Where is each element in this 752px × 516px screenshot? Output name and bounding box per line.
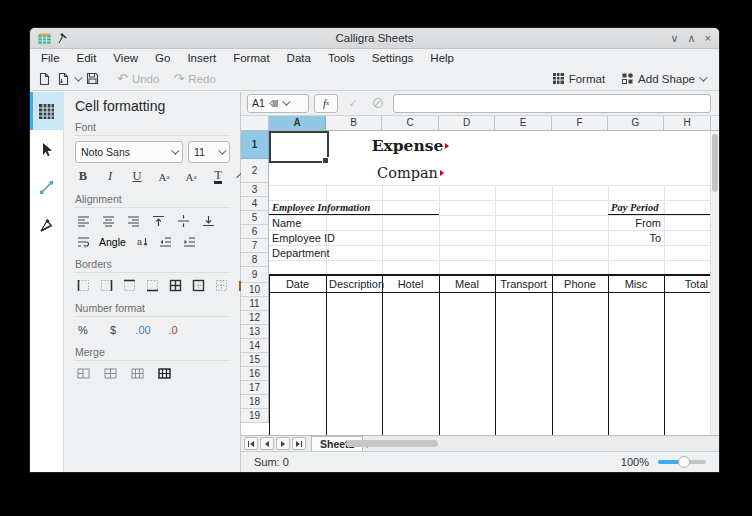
cell-text[interactable]: Expense xyxy=(382,131,439,160)
row-header-3[interactable]: 3 xyxy=(241,183,269,197)
cell-text[interactable]: Pay Period xyxy=(608,200,664,215)
wrap-text-button[interactable] xyxy=(75,234,91,249)
insert-function-button[interactable]: fx xyxy=(314,94,338,113)
formula-input[interactable] xyxy=(393,94,711,113)
redo-button[interactable]: ↷ Redo xyxy=(173,73,215,85)
align-top-button[interactable] xyxy=(150,213,166,228)
border-none-button[interactable] xyxy=(213,278,229,293)
align-middle-button[interactable] xyxy=(175,213,191,228)
italic-button[interactable]: I xyxy=(102,169,118,184)
row-header-11[interactable]: 11 xyxy=(241,297,269,311)
horizontal-scrollbar-thumb[interactable] xyxy=(346,440,438,447)
zoom-slider-handle[interactable] xyxy=(678,456,690,468)
currency-format-button[interactable]: $ xyxy=(105,322,121,337)
border-all-button[interactable] xyxy=(167,278,183,293)
vertical-text-button[interactable]: a xyxy=(134,234,150,249)
align-right-button[interactable] xyxy=(125,213,141,228)
next-sheet-button[interactable] xyxy=(276,437,290,450)
row-header-4[interactable]: 4 xyxy=(241,197,269,211)
cell-text[interactable]: Misc xyxy=(608,275,664,292)
row-header-2[interactable]: 2 xyxy=(241,159,269,183)
subscript-button[interactable]: Aa xyxy=(183,169,199,184)
column-header-D[interactable]: D xyxy=(439,116,495,131)
save-button[interactable] xyxy=(86,72,99,85)
menu-data[interactable]: Data xyxy=(287,52,311,64)
column-header-C[interactable]: C xyxy=(382,116,439,131)
column-header-G[interactable]: G xyxy=(608,116,664,131)
select-all-corner[interactable] xyxy=(241,116,269,131)
cell-text[interactable]: Hotel xyxy=(382,275,439,292)
row-header-1[interactable]: 1 xyxy=(241,131,269,159)
selection-fill-handle[interactable] xyxy=(322,157,329,164)
new-document-button[interactable] xyxy=(38,72,51,86)
close-button[interactable]: × xyxy=(705,28,711,48)
row-header-15[interactable]: 15 xyxy=(241,353,269,367)
font-family-select[interactable]: Noto Sans xyxy=(75,141,183,163)
menu-format[interactable]: Format xyxy=(233,52,269,64)
format-button[interactable]: Format xyxy=(552,72,605,85)
column-header-B[interactable]: B xyxy=(326,116,382,131)
vertical-scrollbar-thumb[interactable] xyxy=(712,134,718,192)
cell-text[interactable]: Phone xyxy=(552,275,608,292)
row-header-7[interactable]: 7 xyxy=(241,239,269,253)
menu-help[interactable]: Help xyxy=(430,52,454,64)
cell-text[interactable]: Total xyxy=(664,275,711,292)
column-header-F[interactable]: F xyxy=(552,116,608,131)
cell-reference-chevron-icon[interactable] xyxy=(282,98,290,106)
active-cell-selection[interactable] xyxy=(269,131,329,163)
row-header-6[interactable]: 6 xyxy=(241,225,269,239)
menu-go[interactable]: Go xyxy=(155,52,170,64)
menu-view[interactable]: View xyxy=(113,52,138,64)
menu-settings[interactable]: Settings xyxy=(372,52,414,64)
titlebar[interactable]: Calligra Sheets ∨ ∧ × xyxy=(30,28,719,49)
border-right-button[interactable] xyxy=(98,278,114,293)
row-header-12[interactable]: 12 xyxy=(241,311,269,325)
accept-formula-button[interactable]: ✓ xyxy=(343,95,363,112)
previous-sheet-button[interactable] xyxy=(260,437,274,450)
decrease-precision-button[interactable]: .0 xyxy=(165,322,181,337)
row-header-19[interactable]: 19 xyxy=(241,409,269,423)
border-left-button[interactable] xyxy=(75,278,91,293)
border-outer-button[interactable] xyxy=(190,278,206,293)
align-center-button[interactable] xyxy=(100,213,116,228)
cell-text[interactable]: Compan xyxy=(382,160,439,185)
minimize-button[interactable]: ∨ xyxy=(670,28,678,48)
menu-tools[interactable]: Tools xyxy=(328,52,355,64)
decrease-indent-button[interactable] xyxy=(158,234,174,249)
tool-selection[interactable] xyxy=(30,130,63,168)
merge-horizontal-button[interactable] xyxy=(102,366,118,381)
superscript-button[interactable]: Aa xyxy=(156,169,172,184)
font-size-select[interactable]: 11 xyxy=(188,141,230,163)
row-header-18[interactable]: 18 xyxy=(241,395,269,409)
align-bottom-button[interactable] xyxy=(200,213,216,228)
last-sheet-button[interactable] xyxy=(292,437,306,450)
increase-indent-button[interactable] xyxy=(182,234,198,249)
cell-text[interactable]: Employee ID xyxy=(269,230,326,245)
row-header-5[interactable]: 5 xyxy=(241,211,269,225)
cell-text[interactable]: Department xyxy=(269,245,326,260)
column-header-A[interactable]: A xyxy=(269,116,326,131)
row-header-13[interactable]: 13 xyxy=(241,325,269,339)
menu-insert[interactable]: Insert xyxy=(187,52,216,64)
cell-text[interactable]: From xyxy=(608,215,664,230)
underline-button[interactable]: U xyxy=(129,169,145,184)
increase-precision-button[interactable]: .00 xyxy=(135,322,151,337)
border-bottom-button[interactable] xyxy=(144,278,160,293)
cell-reference-box[interactable]: A1 xyxy=(247,94,309,113)
unmerge-cells-button[interactable] xyxy=(156,366,172,381)
column-header-E[interactable]: E xyxy=(495,116,552,131)
row-header-16[interactable]: 16 xyxy=(241,367,269,381)
cell-text[interactable]: Date xyxy=(269,275,326,292)
border-top-button[interactable] xyxy=(121,278,137,293)
align-left-button[interactable] xyxy=(75,213,91,228)
cell-grid[interactable]: 12345678910111213141516171819 ExpenseCom… xyxy=(241,131,719,435)
row-header-8[interactable]: 8 xyxy=(241,253,269,267)
menu-file[interactable]: File xyxy=(41,52,60,64)
maximize-button[interactable]: ∧ xyxy=(688,28,696,48)
merge-vertical-button[interactable] xyxy=(129,366,145,381)
first-sheet-button[interactable] xyxy=(244,437,258,450)
bold-button[interactable]: B xyxy=(75,169,91,184)
cell-text[interactable]: Name xyxy=(269,215,326,230)
undo-button[interactable]: ↶ Undo xyxy=(117,73,159,85)
vertical-scrollbar[interactable] xyxy=(710,131,719,435)
